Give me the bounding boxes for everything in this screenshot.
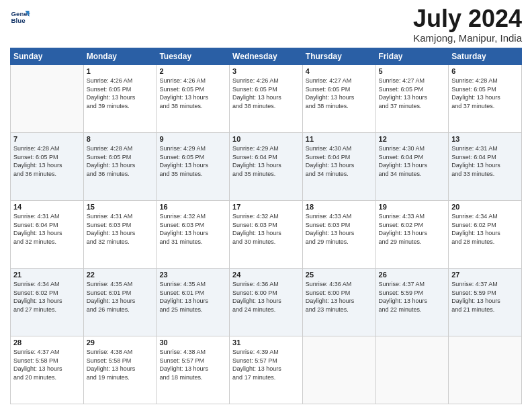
cell-info: Sunrise: 4:31 AM xyxy=(13,212,81,221)
table-cell: 20Sunrise: 4:34 AMSunset: 6:02 PMDayligh… xyxy=(449,201,522,269)
calendar-table: Sunday Monday Tuesday Wednesday Thursday… xyxy=(10,48,522,404)
cell-info: and 24 minutes. xyxy=(232,306,300,314)
table-cell xyxy=(302,336,375,404)
cell-info: Sunrise: 4:30 AM xyxy=(379,144,446,153)
table-cell: 15Sunrise: 4:31 AMSunset: 6:03 PMDayligh… xyxy=(83,201,157,269)
table-cell: 19Sunrise: 4:33 AMSunset: 6:02 PMDayligh… xyxy=(375,201,449,269)
table-cell: 16Sunrise: 4:32 AMSunset: 6:03 PMDayligh… xyxy=(157,201,230,269)
table-cell: 14Sunrise: 4:31 AMSunset: 6:04 PMDayligh… xyxy=(11,201,84,269)
cell-info: Sunset: 6:00 PM xyxy=(306,289,373,298)
cell-info: and 21 minutes. xyxy=(451,306,519,314)
cell-info: Sunset: 6:04 PM xyxy=(306,153,373,162)
cell-info: Sunrise: 4:32 AM xyxy=(232,212,300,221)
cell-info: Daylight: 13 hours xyxy=(379,229,446,238)
calendar-week-row: 14Sunrise: 4:31 AMSunset: 6:04 PMDayligh… xyxy=(11,201,522,269)
day-number: 13 xyxy=(451,135,519,143)
logo-icon: General Blue xyxy=(10,7,30,27)
cell-info: and 18 minutes. xyxy=(159,373,226,382)
cell-info: and 32 minutes. xyxy=(13,238,81,246)
cell-info: Sunrise: 4:26 AM xyxy=(232,77,300,85)
cell-info: Sunrise: 4:37 AM xyxy=(13,348,81,357)
cell-info: Sunset: 5:58 PM xyxy=(13,357,81,365)
cell-info: and 20 minutes. xyxy=(13,373,81,382)
cell-info: and 32 minutes. xyxy=(87,238,154,246)
cell-info: Daylight: 13 hours xyxy=(306,229,373,238)
day-number: 17 xyxy=(232,203,300,211)
cell-info: Sunrise: 4:27 AM xyxy=(379,77,446,85)
cell-info: Daylight: 13 hours xyxy=(87,229,154,238)
cell-info: Sunrise: 4:31 AM xyxy=(87,212,154,221)
day-number: 28 xyxy=(13,338,81,347)
table-cell: 1Sunrise: 4:26 AMSunset: 6:05 PMDaylight… xyxy=(83,65,157,133)
table-cell: 2Sunrise: 4:26 AMSunset: 6:05 PMDaylight… xyxy=(157,65,230,133)
cell-info: Daylight: 13 hours xyxy=(451,297,519,306)
cell-info: Sunset: 5:57 PM xyxy=(232,357,300,365)
day-number: 30 xyxy=(159,338,226,347)
table-cell: 5Sunrise: 4:27 AMSunset: 6:05 PMDaylight… xyxy=(375,65,449,133)
table-cell: 22Sunrise: 4:35 AMSunset: 6:01 PMDayligh… xyxy=(83,269,157,336)
cell-info: and 38 minutes. xyxy=(159,102,226,111)
cell-info: Sunset: 6:05 PM xyxy=(87,153,154,162)
cell-info: Daylight: 13 hours xyxy=(13,229,81,238)
cell-info: Sunset: 6:03 PM xyxy=(159,221,226,230)
cell-info: and 30 minutes. xyxy=(232,238,300,246)
table-cell xyxy=(11,65,84,133)
col-monday: Monday xyxy=(83,48,157,65)
cell-info: Sunset: 6:05 PM xyxy=(232,85,300,94)
cell-info: Sunrise: 4:27 AM xyxy=(306,77,373,85)
month-title: July 2024 xyxy=(413,7,522,31)
col-saturday: Saturday xyxy=(449,48,522,65)
cell-info: Sunrise: 4:39 AM xyxy=(232,348,300,357)
cell-info: Sunrise: 4:30 AM xyxy=(306,144,373,153)
cell-info: and 31 minutes. xyxy=(159,238,226,246)
cell-info: Daylight: 13 hours xyxy=(13,161,81,170)
cell-info: Sunrise: 4:35 AM xyxy=(159,280,226,289)
cell-info: Sunrise: 4:35 AM xyxy=(87,280,154,289)
day-number: 25 xyxy=(306,271,373,279)
cell-info: Sunset: 6:01 PM xyxy=(87,289,154,298)
cell-info: Sunset: 6:05 PM xyxy=(159,153,226,162)
table-cell: 12Sunrise: 4:30 AMSunset: 6:04 PMDayligh… xyxy=(375,133,449,201)
table-cell: 21Sunrise: 4:34 AMSunset: 6:02 PMDayligh… xyxy=(11,269,84,336)
cell-info: Sunset: 6:05 PM xyxy=(13,153,81,162)
cell-info: and 29 minutes. xyxy=(379,238,446,246)
cell-info: Sunrise: 4:34 AM xyxy=(451,212,519,221)
cell-info: Daylight: 13 hours xyxy=(306,161,373,170)
table-cell: 29Sunrise: 4:38 AMSunset: 5:58 PMDayligh… xyxy=(83,336,157,404)
cell-info: Sunrise: 4:36 AM xyxy=(306,280,373,289)
cell-info: Sunrise: 4:33 AM xyxy=(306,212,373,221)
table-cell: 11Sunrise: 4:30 AMSunset: 6:04 PMDayligh… xyxy=(302,133,375,201)
cell-info: Sunrise: 4:38 AM xyxy=(159,348,226,357)
table-cell: 27Sunrise: 4:37 AMSunset: 5:59 PMDayligh… xyxy=(449,269,522,336)
day-number: 6 xyxy=(451,67,519,75)
cell-info: Sunrise: 4:34 AM xyxy=(13,280,81,289)
day-number: 18 xyxy=(306,203,373,211)
day-number: 20 xyxy=(451,203,519,211)
cell-info: Sunset: 5:57 PM xyxy=(159,357,226,365)
cell-info: Sunrise: 4:32 AM xyxy=(159,212,226,221)
col-friday: Friday xyxy=(375,48,449,65)
table-cell: 18Sunrise: 4:33 AMSunset: 6:03 PMDayligh… xyxy=(302,201,375,269)
cell-info: and 17 minutes. xyxy=(232,373,300,382)
cell-info: Sunrise: 4:28 AM xyxy=(13,144,81,153)
day-number: 2 xyxy=(159,67,226,75)
cell-info: Daylight: 13 hours xyxy=(451,93,519,102)
cell-info: and 34 minutes. xyxy=(306,170,373,179)
cell-info: Daylight: 13 hours xyxy=(379,161,446,170)
cell-info: and 29 minutes. xyxy=(306,238,373,246)
title-section: July 2024 Kamjong, Manipur, India xyxy=(413,7,522,44)
cell-info: Sunset: 6:04 PM xyxy=(379,153,446,162)
table-cell: 4Sunrise: 4:27 AMSunset: 6:05 PMDaylight… xyxy=(302,65,375,133)
cell-info: Sunrise: 4:28 AM xyxy=(87,144,154,153)
cell-info: and 36 minutes. xyxy=(13,170,81,179)
cell-info: and 19 minutes. xyxy=(87,373,154,382)
cell-info: Sunset: 6:05 PM xyxy=(451,85,519,94)
location: Kamjong, Manipur, India xyxy=(413,32,522,44)
col-sunday: Sunday xyxy=(11,48,84,65)
cell-info: Sunrise: 4:36 AM xyxy=(232,280,300,289)
table-cell: 7Sunrise: 4:28 AMSunset: 6:05 PMDaylight… xyxy=(11,133,84,201)
table-cell: 24Sunrise: 4:36 AMSunset: 6:00 PMDayligh… xyxy=(230,269,303,336)
day-number: 10 xyxy=(232,135,300,143)
cell-info: Sunrise: 4:29 AM xyxy=(159,144,226,153)
day-number: 23 xyxy=(159,271,226,279)
